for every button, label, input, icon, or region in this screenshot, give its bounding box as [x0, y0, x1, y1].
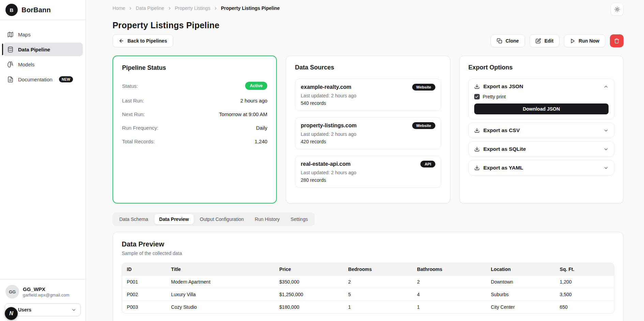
theme-toggle-button[interactable] — [611, 3, 624, 16]
export-yaml-accordion: Export as YAML — [468, 160, 614, 176]
cell-location: Downtown — [486, 276, 555, 288]
data-sources-title: Data Sources — [295, 64, 441, 71]
export-csv-label: Export as CSV — [483, 127, 520, 133]
sidebar-nav: Maps Data Pipeline Models Documentation … — [0, 20, 86, 86]
brand-name: BorBann — [21, 6, 51, 14]
play-icon — [570, 38, 575, 44]
avatar: GG — [5, 285, 19, 299]
sun-icon — [614, 6, 620, 12]
topbar: Home Data Pipeline Property Listings Pro… — [113, 3, 624, 16]
col-header-bedrooms: Bedrooms — [343, 263, 412, 276]
copy-icon — [497, 38, 502, 44]
new-badge: NEW — [59, 76, 73, 82]
sidebar-item-data-pipeline[interactable]: Data Pipeline — [3, 43, 83, 56]
pretty-print-option[interactable]: Pretty print — [474, 94, 609, 99]
status-label: Run Frequency: — [122, 125, 159, 131]
chevron-down-icon — [603, 147, 609, 152]
sidebar-item-maps[interactable]: Maps — [3, 28, 83, 41]
breadcrumb-home[interactable]: Home — [113, 5, 125, 11]
tab-data-schema[interactable]: Data Schema — [115, 214, 153, 224]
export-csv-header[interactable]: Export as CSV — [469, 123, 614, 138]
download-json-button[interactable]: Download JSON — [474, 103, 609, 114]
pretty-print-label: Pretty print — [483, 94, 506, 99]
user-profile[interactable]: GG GG_WPX garfield.wpx@gmail.com — [5, 285, 81, 299]
back-to-pipelines-button[interactable]: Back to Pipelines — [113, 34, 173, 47]
delete-button[interactable] — [610, 34, 624, 47]
source-type-badge: Website — [412, 84, 435, 91]
edit-button[interactable]: Edit — [529, 34, 559, 47]
tab-output-configuration[interactable]: Output Configuration — [195, 214, 249, 224]
checkbox-checked-icon[interactable] — [474, 94, 480, 99]
col-header-location: Location — [486, 263, 555, 276]
table-row: P003 Cozy Studio $180,000 1 1 City Cente… — [122, 301, 614, 314]
chevron-right-icon — [167, 6, 172, 11]
chevron-right-icon — [128, 6, 133, 11]
sidebar-item-label: Data Pipeline — [18, 47, 50, 52]
brain-icon — [7, 61, 14, 68]
download-icon — [474, 84, 480, 89]
chevron-up-icon — [603, 84, 609, 89]
status-value: Daily — [256, 125, 267, 131]
edit-icon — [536, 38, 541, 44]
arrow-left-icon — [119, 38, 124, 44]
pipeline-status-card: Pipeline Status Status: Active Last Run:… — [113, 55, 277, 204]
col-header-sqft: Sq. Ft. — [555, 263, 614, 276]
back-button-label: Back to Pipelines — [128, 38, 167, 44]
status-label: Total Records: — [122, 139, 155, 144]
cell-sqft: 3,500 — [555, 288, 614, 301]
sidebar-item-label: Models — [18, 62, 34, 67]
source-name: real-estate-api.com — [301, 161, 350, 167]
cell-sqft: 650 — [555, 301, 614, 314]
tab-run-history[interactable]: Run History — [250, 214, 284, 224]
col-header-bathrooms: Bathrooms — [412, 263, 486, 276]
source-records: 540 records — [301, 100, 435, 106]
tab-settings[interactable]: Settings — [286, 214, 313, 224]
page-title: Property Listings Pipeline — [113, 20, 624, 30]
source-type-badge: API — [420, 161, 435, 167]
source-updated: Last updated: 2 hours ago — [301, 93, 435, 98]
source-list: example-realty.com Website Last updated:… — [295, 79, 441, 188]
export-options-card: Export Options Export as JSON — [459, 55, 624, 204]
status-row: Last Run: 2 hours ago — [122, 98, 267, 103]
breadcrumb-data-pipeline[interactable]: Data Pipeline — [136, 5, 164, 11]
status-value: 2 hours ago — [240, 98, 267, 103]
status-row: Total Records: 1,240 — [122, 139, 267, 144]
status-label: Status: — [122, 83, 138, 89]
breadcrumb-property-listings[interactable]: Property Listings — [175, 5, 210, 11]
data-preview-card: Data Preview Sample of the collected dat… — [113, 232, 624, 321]
cell-price: $350,000 — [274, 276, 343, 288]
download-icon — [474, 146, 480, 152]
export-sqlite-header[interactable]: Export as SQLite — [469, 142, 614, 157]
tab-data-preview[interactable]: Data Preview — [154, 214, 194, 224]
cell-id: P002 — [122, 288, 166, 301]
cell-title: Modern Apartment — [166, 276, 274, 288]
sidebar-item-models[interactable]: Models — [3, 58, 83, 71]
source-updated: Last updated: 2 hours ago — [301, 131, 435, 137]
table-header-row: ID Title Price Bedrooms Bathrooms Locati… — [122, 263, 614, 276]
export-json-header[interactable]: Export as JSON — [469, 79, 614, 94]
user-email: garfield.wpx@gmail.com — [23, 293, 69, 298]
run-now-button[interactable]: Run Now — [564, 34, 605, 47]
breadcrumb-current: Property Listings Pipeline — [221, 5, 280, 11]
data-preview-subtitle: Sample of the collected data — [122, 251, 614, 256]
trash-icon — [614, 38, 619, 44]
sidebar-spacer — [0, 86, 86, 279]
export-json-body: Pretty print Download JSON — [469, 94, 614, 119]
export-yaml-header[interactable]: Export as YAML — [469, 160, 614, 175]
source-item: property-listings.com Website Last updat… — [295, 117, 441, 149]
sidebar-item-documentation[interactable]: Documentation NEW — [3, 73, 83, 86]
cell-id: P003 — [122, 301, 166, 314]
cell-bedrooms: 1 — [343, 301, 412, 314]
nextjs-devtools-button[interactable]: N — [5, 307, 18, 320]
status-label: Next Run: — [122, 111, 145, 117]
clone-button[interactable]: Clone — [491, 34, 525, 47]
cell-bathrooms: 2 — [412, 276, 486, 288]
pipeline-status-title: Pipeline Status — [122, 64, 267, 71]
export-list: Export as JSON Pretty print Download J — [468, 79, 614, 176]
main-content: Home Data Pipeline Property Listings Pro… — [86, 0, 644, 321]
download-icon — [474, 165, 480, 171]
source-records: 280 records — [301, 177, 435, 183]
brand-logo[interactable]: B BorBann — [0, 0, 86, 20]
status-row: Next Run: Tomorrow at 9:00 AM — [122, 111, 267, 117]
source-type-badge: Website — [412, 122, 435, 129]
